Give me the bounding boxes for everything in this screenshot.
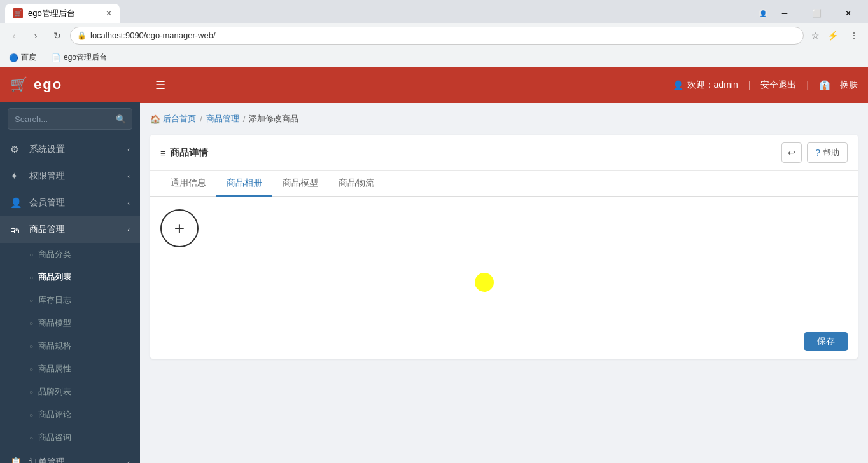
help-circle-icon: ? — [815, 148, 820, 158]
sidebar-sub-goods-list[interactable]: ○ 商品列表 — [0, 266, 140, 289]
main-body: 🏠 后台首页 / 商品管理 / 添加修改商品 ≡ 商品详情 — [140, 103, 868, 463]
switch-skin-btn[interactable]: 换肤 — [840, 79, 858, 91]
breadcrumb-home-link[interactable]: 🏠 后台首页 — [150, 113, 196, 125]
close-btn[interactable]: ✕ — [834, 4, 863, 23]
goods-arrow-icon: ‹ — [127, 226, 130, 233]
tab-title: ego管理后台 — [28, 8, 75, 19]
sidebar-sub-consult[interactable]: ○ 商品咨询 — [0, 426, 140, 449]
reload-btn[interactable]: ↻ — [48, 27, 66, 45]
sidebar-item-member[interactable]: 👤 会员管理 ‹ — [0, 190, 140, 216]
ego-bookmark-icon: 📄 — [52, 53, 61, 62]
card-title-icon: ≡ — [160, 148, 166, 158]
order-icon: 📋 — [10, 457, 23, 463]
sidebar-item-system[interactable]: ⚙ 系统设置 ‹ — [0, 136, 140, 163]
address-bar[interactable]: 🔒 localhost:9090/ego-manager-web/ — [70, 27, 804, 45]
sidebar-sub-list-label: 商品列表 — [38, 272, 71, 283]
back-arrow-icon: ↩ — [788, 148, 795, 158]
maximize-btn[interactable]: ⬜ — [802, 4, 831, 23]
sidebar-sub-goods-category[interactable]: ○ 商品分类 — [0, 243, 140, 266]
sidebar-sub-inventory[interactable]: ○ 库存日志 — [0, 289, 140, 312]
breadcrumb-current: 添加修改商品 — [249, 113, 298, 125]
sidebar-sub-review-label: 商品评论 — [38, 409, 71, 420]
browser-tab[interactable]: 🛒 ego管理后台 ✕ — [5, 4, 120, 23]
skin-icon: 👔 — [819, 80, 830, 90]
sidebar-sub-brand-label: 品牌列表 — [38, 386, 71, 397]
bookmark-baidu-label: 百度 — [21, 52, 36, 63]
sidebar-system-label: 系统设置 — [29, 144, 127, 155]
bookmark-ego-label: ego管理后台 — [64, 52, 107, 63]
minimize-btn[interactable]: ─ — [770, 4, 799, 23]
add-image-button[interactable]: + — [160, 209, 199, 247]
sidebar-sub-goods-model[interactable]: ○ 商品模型 — [0, 312, 140, 335]
forward-btn[interactable]: › — [27, 27, 45, 45]
system-arrow-icon: ‹ — [127, 146, 130, 153]
sub-circle-icon6: ○ — [29, 389, 33, 396]
logo-cart-icon: 🛒 — [10, 76, 27, 93]
sidebar-sub-spec-label: 商品规格 — [38, 340, 71, 352]
help-label: 帮助 — [823, 147, 839, 158]
help-button[interactable]: ? 帮助 — [807, 142, 848, 163]
user-info: 👤 欢迎：admin — [673, 79, 738, 91]
sidebar-sub-attr-label: 商品属性 — [38, 363, 71, 375]
bookmark-baidu[interactable]: 🔵 百度 — [5, 51, 40, 64]
sidebar-sub-goods-spec[interactable]: ○ 商品规格 — [0, 335, 140, 357]
welcome-text: 欢迎：admin — [687, 79, 738, 91]
breadcrumb-home-label: 后台首页 — [163, 113, 196, 125]
sub-circle-icon3: ○ — [29, 320, 33, 327]
extensions-btn[interactable]: ⚡ — [823, 27, 841, 45]
save-button[interactable]: 保存 — [804, 332, 848, 351]
sidebar-sub-inventory-label: 库存日志 — [38, 294, 71, 306]
sidebar-search-input[interactable] — [8, 108, 132, 130]
sub-circle-icon7: ○ — [29, 411, 33, 418]
system-icon: ⚙ — [10, 144, 23, 155]
main-content: ☰ 👤 欢迎：admin | 安全退出 | 👔 换肤 🏠 后台首页 — [140, 67, 868, 463]
sub-circle-icon4: ○ — [29, 343, 33, 350]
plus-icon: + — [174, 219, 185, 237]
card-header-actions: ↩ ? 帮助 — [781, 142, 848, 163]
bookmarks-bar: 🔵 百度 📄 ego管理后台 — [0, 48, 868, 67]
logo-text: ego — [34, 76, 62, 93]
member-arrow-icon: ‹ — [127, 199, 130, 207]
sidebar-sub-brand[interactable]: ○ 品牌列表 — [0, 380, 140, 403]
sidebar-item-permission[interactable]: ✦ 权限管理 ‹ — [0, 163, 140, 190]
breadcrumb-sep1: / — [200, 114, 202, 124]
user-icon: 👤 — [673, 80, 683, 90]
card-footer: 保存 — [150, 324, 858, 359]
sidebar-logo: 🛒 ego — [0, 67, 140, 102]
back-btn[interactable]: ‹ — [5, 27, 23, 45]
card-title-text: 商品详情 — [170, 147, 208, 159]
logout-btn[interactable]: 安全退出 — [760, 79, 796, 91]
breadcrumb-sep2: / — [243, 114, 246, 124]
sidebar-search-container: 🔍 — [0, 102, 140, 136]
order-arrow-icon: ‹ — [127, 459, 130, 463]
tab-nav: 通用信息 商品相册 商品模型 商品物流 — [150, 171, 858, 197]
sidebar-order-label: 订单管理 — [29, 457, 127, 463]
window-profile-btn[interactable]: 👤 — [759, 9, 767, 18]
baidu-icon: 🔵 — [9, 53, 18, 62]
member-icon: 👤 — [10, 197, 23, 209]
sidebar-item-goods[interactable]: 🛍 商品管理 ‹ — [0, 216, 140, 243]
bookmark-ego[interactable]: 📄 ego管理后台 — [48, 51, 111, 64]
product-detail-card: ≡ 商品详情 ↩ ? 帮助 通用信息 — [150, 135, 858, 359]
browser-navbar: ‹ › ↻ 🔒 localhost:9090/ego-manager-web/ … — [0, 23, 868, 48]
sidebar-sub-review[interactable]: ○ 商品评论 — [0, 403, 140, 426]
url-text: localhost:9090/ego-manager-web/ — [90, 31, 216, 40]
tab-favicon: 🛒 — [13, 8, 23, 18]
sidebar-goods-label: 商品管理 — [29, 224, 127, 235]
menu-btn[interactable]: ⋮ — [845, 27, 863, 45]
tab-general[interactable]: 通用信息 — [160, 171, 216, 197]
card-title: ≡ 商品详情 — [160, 147, 208, 159]
sidebar-sub-goods-attr[interactable]: ○ 商品属性 — [0, 357, 140, 380]
breadcrumb: 🏠 后台首页 / 商品管理 / 添加修改商品 — [150, 113, 858, 125]
bookmark-star-icon[interactable]: ☆ — [811, 31, 820, 41]
sidebar-sub-category-label: 商品分类 — [38, 249, 71, 260]
tab-close-btn[interactable]: ✕ — [106, 9, 112, 18]
breadcrumb-goods-link[interactable]: 商品管理 — [206, 113, 239, 125]
tab-album[interactable]: 商品相册 — [216, 171, 272, 197]
menu-toggle-btn[interactable]: ☰ — [150, 76, 171, 95]
back-button[interactable]: ↩ — [781, 142, 802, 163]
permission-icon: ✦ — [10, 170, 23, 182]
tab-logistics[interactable]: 商品物流 — [328, 171, 384, 197]
tab-model[interactable]: 商品模型 — [272, 171, 328, 197]
sidebar-item-order[interactable]: 📋 订单管理 ‹ — [0, 449, 140, 463]
